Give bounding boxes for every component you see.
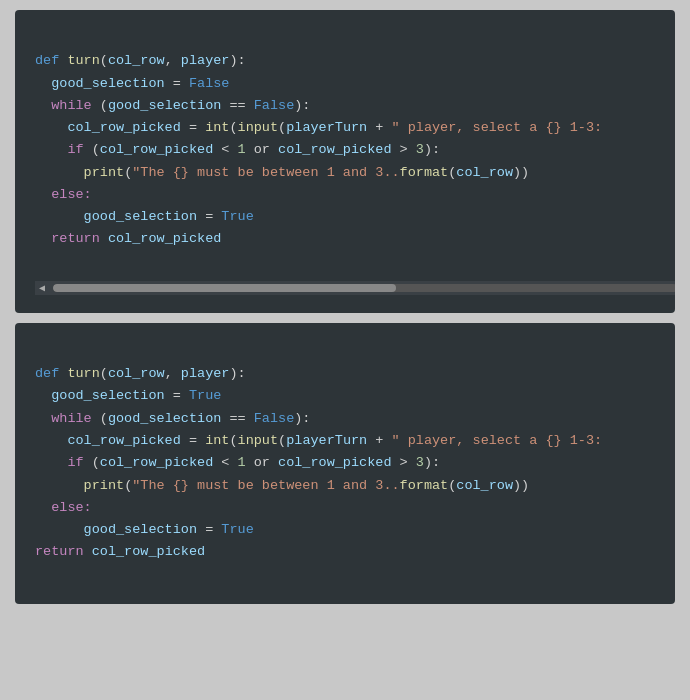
keyword-if: if bbox=[67, 142, 83, 157]
keyword-return-2: return bbox=[35, 544, 92, 559]
punct: )) bbox=[513, 165, 529, 180]
punct-2e: ( bbox=[278, 433, 286, 448]
keyword-print: print bbox=[84, 165, 125, 180]
var-good-selection-2: good_selection bbox=[51, 388, 164, 403]
keyword-def: def bbox=[35, 53, 67, 68]
function-name-2: turn bbox=[67, 366, 99, 381]
op-or-2: or bbox=[246, 455, 278, 470]
punct: ): bbox=[229, 53, 245, 68]
scrollbar-track[interactable] bbox=[53, 284, 675, 292]
param-col-row-2: col_row bbox=[108, 366, 165, 381]
op-gt: > bbox=[391, 142, 415, 157]
op-eq-2: == bbox=[221, 411, 253, 426]
punct-2h: )) bbox=[513, 478, 529, 493]
var-good-selection: good_selection bbox=[51, 76, 164, 91]
keyword-int: int bbox=[205, 120, 229, 135]
string-literal2: "The {} must be between 1 and 3.. bbox=[132, 165, 399, 180]
op-2: ( bbox=[92, 411, 108, 426]
var-player-turn: playerTurn bbox=[286, 120, 367, 135]
op: ): bbox=[424, 142, 440, 157]
op: ( bbox=[92, 98, 108, 113]
code-block-2: def turn(col_row, player): good_selectio… bbox=[35, 341, 655, 586]
num-3-2: 3 bbox=[416, 455, 424, 470]
op-assign: = bbox=[181, 120, 205, 135]
op: ): bbox=[294, 98, 310, 113]
string-literal: " player, select a {} 1-3: bbox=[392, 120, 603, 135]
op-lt-2: < bbox=[213, 455, 237, 470]
keyword-input-2: input bbox=[238, 433, 279, 448]
op: ( bbox=[84, 142, 100, 157]
op-assign2: = bbox=[197, 209, 221, 224]
var-col-row-picked-2: col_row_picked bbox=[67, 433, 180, 448]
punct-2d: ( bbox=[229, 433, 237, 448]
punct-2b: , bbox=[165, 366, 181, 381]
keyword-format: format bbox=[400, 165, 449, 180]
var-col-row-picked: col_row_picked bbox=[67, 120, 180, 135]
keyword-def-2: def bbox=[35, 366, 67, 381]
var-good-selection2: good_selection bbox=[84, 209, 197, 224]
punct-2c: ): bbox=[229, 366, 245, 381]
code-block-1: def turn(col_row, player): good_selectio… bbox=[35, 28, 655, 273]
keyword-true: True bbox=[221, 209, 253, 224]
op-eq: == bbox=[221, 98, 253, 113]
keyword-false-2: False bbox=[254, 411, 295, 426]
var-col-row-2b: col_row bbox=[456, 478, 513, 493]
op-or: or bbox=[246, 142, 278, 157]
var-col-row-picked-return-2: col_row_picked bbox=[92, 544, 205, 559]
punct: ( bbox=[278, 120, 286, 135]
var-good-selection: good_selection bbox=[108, 98, 221, 113]
keyword-true-2: True bbox=[189, 388, 221, 403]
op-2d: ): bbox=[424, 455, 440, 470]
punct: ( bbox=[100, 53, 108, 68]
var-col-row-picked2: col_row_picked bbox=[278, 142, 391, 157]
op-gt-2: > bbox=[391, 455, 415, 470]
num-3: 3 bbox=[416, 142, 424, 157]
horizontal-scrollbar[interactable]: ◀ ▶ bbox=[35, 281, 675, 295]
string-literal-2b: "The {} must be between 1 and 3.. bbox=[132, 478, 399, 493]
var-col-row2: col_row bbox=[456, 165, 513, 180]
scroll-left-arrow[interactable]: ◀ bbox=[39, 282, 45, 294]
keyword-return: return bbox=[51, 231, 108, 246]
op-assign-2: = bbox=[165, 388, 189, 403]
keyword-print-2: print bbox=[84, 478, 125, 493]
punct: ( bbox=[229, 120, 237, 135]
var-good-selection-2c: good_selection bbox=[84, 522, 197, 537]
code-panel-1: def turn(col_row, player): good_selectio… bbox=[15, 10, 675, 313]
keyword-while: while bbox=[51, 98, 92, 113]
op-assign: = bbox=[165, 76, 189, 91]
punct-2: ( bbox=[100, 366, 108, 381]
op-assign-2c: = bbox=[197, 522, 221, 537]
keyword-else: else: bbox=[51, 187, 92, 202]
op-lt: < bbox=[213, 142, 237, 157]
num-1-2: 1 bbox=[238, 455, 246, 470]
op-assign-2b: = bbox=[181, 433, 205, 448]
keyword-true-2b: True bbox=[221, 522, 253, 537]
code-panel-2: def turn(col_row, player): good_selectio… bbox=[15, 323, 675, 604]
var-good-selection-2b: good_selection bbox=[108, 411, 221, 426]
keyword-false: False bbox=[189, 76, 230, 91]
scrollbar-thumb[interactable] bbox=[53, 284, 396, 292]
function-name: turn bbox=[67, 53, 99, 68]
keyword-false: False bbox=[254, 98, 295, 113]
op-plus-2: + bbox=[367, 433, 391, 448]
keyword-int-2: int bbox=[205, 433, 229, 448]
op-plus: + bbox=[367, 120, 391, 135]
var-col-row-picked-return: col_row_picked bbox=[108, 231, 221, 246]
var-col-row-picked-2b: col_row_picked bbox=[100, 455, 213, 470]
op-2c: ( bbox=[84, 455, 100, 470]
string-literal-2: " player, select a {} 1-3: bbox=[392, 433, 603, 448]
keyword-else-2: else: bbox=[51, 500, 92, 515]
keyword-format-2: format bbox=[400, 478, 449, 493]
var-player-turn-2: playerTurn bbox=[286, 433, 367, 448]
param-col-row: col_row bbox=[108, 53, 165, 68]
punct: , bbox=[165, 53, 181, 68]
keyword-while-2: while bbox=[51, 411, 92, 426]
var-col-row-picked-2c: col_row_picked bbox=[278, 455, 391, 470]
op-2b: ): bbox=[294, 411, 310, 426]
keyword-if-2: if bbox=[67, 455, 83, 470]
num-1: 1 bbox=[238, 142, 246, 157]
keyword-input: input bbox=[238, 120, 279, 135]
param-player-2: player bbox=[181, 366, 230, 381]
param-player: player bbox=[181, 53, 230, 68]
var-col-row-picked: col_row_picked bbox=[100, 142, 213, 157]
